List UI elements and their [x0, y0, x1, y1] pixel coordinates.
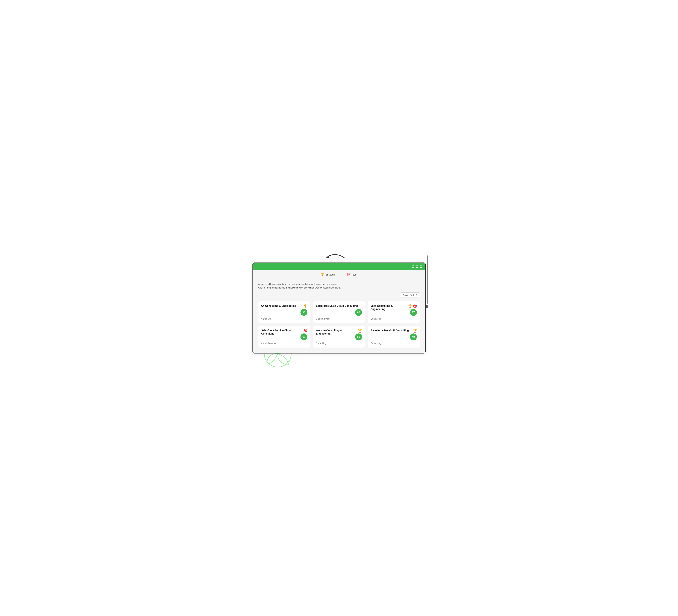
card-2-category: Cloud Services — [316, 318, 362, 320]
tab-strategic[interactable]: 🏆 Strategic — [321, 273, 335, 276]
card-3-title: Java Consulting & Engineering — [371, 304, 408, 311]
browser-controls — [412, 265, 422, 268]
intent-icon-3: 🎯 — [413, 304, 417, 308]
card-5-icons: 🏆 — [358, 329, 362, 333]
award-icon-5: 🏆 — [358, 329, 362, 333]
browser-control-3 — [420, 265, 422, 268]
card-3-header: Java Consulting & Engineering 🏆 🎯 — [371, 304, 417, 311]
card-2-header: Salesforce Sales Cloud Consulting — [316, 304, 362, 307]
card-5-score: 50 — [355, 333, 362, 340]
cards-grid: C# Consulting & Engineering 🏆 Consulting… — [258, 301, 420, 348]
card-4-score: 66 — [300, 333, 307, 340]
tab-intent[interactable]: 🎯 Intent — [346, 273, 357, 276]
product-card-4[interactable]: Salesforce Service Cloud Consulting 🎯 Cl… — [258, 326, 310, 348]
content-area: AI-driven NQ scores are based on histori… — [253, 279, 425, 353]
product-card-5[interactable]: Website Consulting & Engineering 🏆 Consu… — [313, 326, 365, 348]
award-icon-3: 🏆 — [408, 304, 412, 308]
card-4-category: Cloud Services — [261, 342, 307, 345]
card-6-header: Salesforce MuleSoft Consulting 🏆 — [371, 329, 417, 333]
product-card-1[interactable]: C# Consulting & Engineering 🏆 Consulting… — [258, 301, 310, 323]
card-5-category: Consulting — [316, 342, 362, 345]
card-2-title: Salesforce Sales Cloud Consulting — [316, 304, 362, 307]
browser-control-2 — [416, 265, 418, 268]
outer-wrapper: 🏆 Strategic 🎯 Intent AI-driven NQ scores… — [253, 262, 426, 353]
card-4-header: Salesforce Service Cloud Consulting 🎯 — [261, 329, 307, 335]
arrow-decoration — [325, 252, 346, 266]
card-5-title: Website Consulting & Engineering — [316, 329, 358, 335]
product-card-6[interactable]: Salesforce MuleSoft Consulting 🏆 Consult… — [368, 326, 420, 348]
tab-intent-label: Intent — [351, 273, 357, 276]
card-6-score: 40 — [410, 333, 417, 340]
card-6-title: Salesforce MuleSoft Consulting — [371, 329, 413, 332]
product-card-2[interactable]: Salesforce Sales Cloud Consulting Cloud … — [313, 301, 365, 323]
card-3-icons: 🏆 🎯 — [408, 304, 417, 308]
card-5-header: Website Consulting & Engineering 🏆 — [316, 329, 362, 335]
card-2-score: 80 — [355, 309, 362, 316]
strategic-icon: 🏆 — [321, 273, 324, 276]
card-6-icons: 🏆 — [413, 329, 417, 333]
card-4-title: Salesforce Service Cloud Consulting — [261, 329, 303, 335]
product-card-3[interactable]: Java Consulting & Engineering 🏆 🎯 Consul… — [368, 301, 420, 323]
filter-dropdown-wrapper: Cross-SellUp-Sell ▼ — [400, 292, 420, 298]
info-text: AI-driven NQ scores are based on histori… — [258, 283, 420, 289]
intent-icon: 🎯 — [346, 273, 350, 276]
filter-row: Cross-SellUp-Sell ▼ — [258, 292, 420, 298]
card-1-score: 90 — [300, 309, 307, 316]
tab-bar: 🏆 Strategic 🎯 Intent — [253, 270, 425, 279]
browser-window: 🏆 Strategic 🎯 Intent AI-driven NQ scores… — [253, 262, 426, 353]
card-1-title: C# Consulting & Engineering — [261, 304, 303, 307]
award-icon-1: 🏆 — [303, 304, 307, 308]
cross-sell-dropdown[interactable]: Cross-SellUp-Sell — [400, 292, 420, 298]
line-dot — [425, 305, 428, 308]
tab-strategic-label: Strategic — [325, 273, 335, 276]
card-3-score: 77 — [410, 309, 417, 316]
card-6-category: Consulting — [371, 342, 417, 345]
intent-icon-4: 🎯 — [303, 329, 307, 333]
card-3-category: Consulting — [371, 318, 417, 320]
browser-control-1 — [412, 265, 414, 268]
card-1-icons: 🏆 — [303, 304, 307, 308]
award-icon-6: 🏆 — [413, 329, 417, 333]
card-1-category: Consulting — [261, 318, 307, 320]
card-1-header: C# Consulting & Engineering 🏆 — [261, 304, 307, 308]
card-4-icons: 🎯 — [303, 329, 307, 333]
